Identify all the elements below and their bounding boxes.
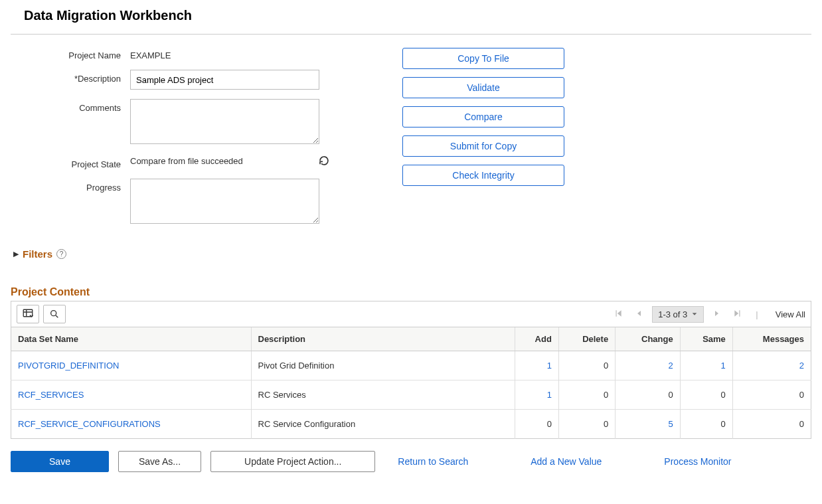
cell-value: 0 [668,390,673,400]
project-name-label: Project Name [11,46,130,60]
cell-messages: 0 [732,410,811,439]
cell-delete: 0 [558,380,615,410]
project-form: Project Name EXAMPLE *Description Commen… [11,46,329,226]
search-button[interactable] [43,305,66,323]
progress-textarea[interactable] [130,179,319,224]
first-page-button[interactable] [611,307,625,321]
filters-toggle[interactable]: ▶ Filters ? [13,248,811,260]
cell-delete: 0 [558,410,615,439]
cell-value[interactable]: 2 [799,361,804,371]
cell-same: 1 [680,351,732,380]
save-button[interactable]: Save [11,451,109,472]
col-change[interactable]: Change [616,327,681,351]
pager: 1-3 of 3 | View All [611,306,805,323]
cell-change: 5 [616,410,681,439]
grid-settings-button[interactable] [17,305,39,323]
cell-value: 0 [721,390,726,400]
cell-add: 1 [515,380,559,410]
cell-value[interactable]: 1 [721,361,726,371]
update-project-action-button[interactable]: Update Project Action... [210,451,375,472]
next-page-button[interactable] [710,307,724,321]
cell-value[interactable]: 1 [547,390,552,400]
prev-page-button[interactable] [632,307,645,321]
page-range-dropdown[interactable]: 1-3 of 3 [652,306,704,323]
col-add[interactable]: Add [515,327,559,351]
submit-for-copy-button[interactable]: Submit for Copy [402,135,564,157]
cell-value: 0 [721,419,726,429]
comments-textarea[interactable] [130,99,319,144]
cell-value[interactable]: 5 [668,419,673,429]
return-to-search-link[interactable]: Return to Search [398,456,468,467]
save-as-button[interactable]: Save As... [118,451,201,472]
table-row: RCF_SERVICESRC Services10000 [11,380,811,410]
add-new-value-link[interactable]: Add a New Value [531,456,602,467]
cell-description: RC Service Configuration [251,410,515,439]
description-input[interactable] [130,70,319,90]
last-page-button[interactable] [730,307,745,321]
validate-button[interactable]: Validate [402,77,564,98]
cell-value: 0 [604,419,608,429]
cell-same: 0 [680,380,732,410]
data-set-link[interactable]: PIVOTGRID_DEFINITION [18,361,119,371]
separator: | [756,309,758,319]
copy-to-file-button[interactable]: Copy To File [402,48,564,69]
progress-label: Progress [11,179,130,193]
cell-description: RC Services [251,380,515,410]
check-integrity-button[interactable]: Check Integrity [402,165,564,186]
cell-add: 0 [515,410,559,439]
cell-messages: 0 [732,380,811,410]
cell-name: RCF_SERVICES [11,380,252,410]
cell-value[interactable]: 2 [668,361,673,371]
svg-rect-0 [23,309,33,317]
page-title: Data Migration Workbench [24,8,811,23]
col-description[interactable]: Description [251,327,515,351]
table-row: PIVOTGRID_DEFINITIONPivot Grid Definitio… [11,351,811,380]
action-column: Copy To File Validate Compare Submit for… [402,46,564,226]
cell-description: Pivot Grid Definition [251,351,515,380]
process-monitor-link[interactable]: Process Monitor [664,456,731,467]
compare-button[interactable]: Compare [402,106,564,127]
footer: Save Save As... Update Project Action...… [11,451,811,472]
cell-change: 2 [616,351,681,380]
cell-value: 0 [547,419,552,429]
divider [11,34,811,35]
help-icon[interactable]: ? [56,249,66,259]
cell-delete: 0 [558,351,615,380]
description-label: *Description [11,70,130,84]
page-range-text: 1-3 of 3 [658,309,687,319]
svg-point-1 [51,311,56,316]
view-all-link[interactable]: View All [776,309,805,319]
project-name-value: EXAMPLE [130,46,329,60]
cell-value: 0 [604,390,608,400]
cell-value[interactable]: 1 [547,361,552,371]
project-content-table: Data Set Name Description Add Delete Cha… [11,327,811,439]
data-set-link[interactable]: RCF_SERVICE_CONFIGURATIONS [18,419,161,429]
project-content-title: Project Content [11,286,811,298]
cell-messages: 2 [732,351,811,380]
col-data-set-name[interactable]: Data Set Name [11,327,252,351]
chevron-down-icon [691,311,698,317]
cell-value: 0 [799,390,804,400]
comments-label: Comments [11,99,130,113]
project-state-value: Compare from file succeeded [130,156,243,166]
table-row: RCF_SERVICE_CONFIGURATIONSRC Service Con… [11,410,811,439]
data-set-link[interactable]: RCF_SERVICES [18,390,84,400]
col-delete[interactable]: Delete [558,327,615,351]
cell-value: 0 [604,361,608,371]
cell-change: 0 [616,380,681,410]
cell-value: 0 [799,419,804,429]
cell-same: 0 [680,410,732,439]
cell-name: PIVOTGRID_DEFINITION [11,351,252,380]
refresh-icon[interactable] [319,155,329,166]
cell-name: RCF_SERVICE_CONFIGURATIONS [11,410,252,439]
filters-label: Filters [23,248,52,260]
cell-add: 1 [515,351,559,380]
project-state-label: Project State [11,155,130,169]
grid-toolbar: 1-3 of 3 | View All [11,301,811,327]
col-same[interactable]: Same [680,327,732,351]
col-messages[interactable]: Messages [732,327,811,351]
chevron-right-icon: ▶ [13,250,19,258]
